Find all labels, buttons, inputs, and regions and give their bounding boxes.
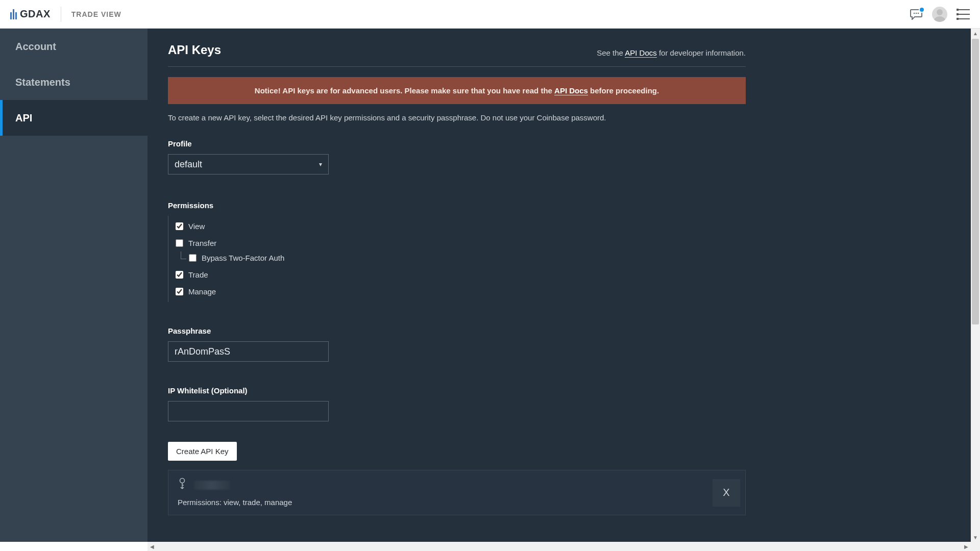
topbar: GDAX TRADE VIEW bbox=[0, 0, 980, 29]
permission-view[interactable]: View bbox=[176, 218, 950, 235]
scroll-down-arrow-icon[interactable]: ▼ bbox=[971, 533, 980, 542]
passphrase-input[interactable] bbox=[168, 341, 329, 362]
sidebar-item-account[interactable]: Account bbox=[0, 29, 148, 64]
intro-text: To create a new API key, select the desi… bbox=[168, 113, 746, 122]
vertical-scrollbar[interactable]: ▲ ▼ bbox=[971, 29, 980, 542]
svg-point-0 bbox=[914, 12, 915, 14]
permission-bypass-label: Bypass Two-Factor Auth bbox=[202, 254, 284, 262]
permission-transfer[interactable]: Transfer bbox=[176, 235, 950, 252]
docs-hint-prefix: See the bbox=[597, 48, 625, 57]
horizontal-scrollbar[interactable]: ◀ ▶ bbox=[148, 542, 971, 551]
docs-hint: See the API Docs for developer informati… bbox=[597, 48, 746, 57]
sidebar-item-label: Statements bbox=[15, 77, 70, 88]
menu-icon[interactable] bbox=[957, 9, 970, 19]
notification-dot-icon bbox=[919, 7, 925, 13]
profile-section: Profile default bbox=[168, 139, 950, 174]
trade-view-link[interactable]: TRADE VIEW bbox=[71, 10, 121, 18]
logo-bars-icon bbox=[10, 9, 17, 19]
key-icon bbox=[178, 478, 187, 493]
profile-select[interactable]: default bbox=[168, 154, 329, 174]
scroll-corner bbox=[971, 542, 980, 551]
permission-manage[interactable]: Manage bbox=[176, 283, 950, 300]
permission-view-checkbox[interactable] bbox=[176, 222, 183, 230]
scroll-left-arrow-icon[interactable]: ◀ bbox=[148, 542, 157, 551]
scroll-right-arrow-icon[interactable]: ▶ bbox=[962, 542, 971, 551]
sidebar: Account Statements API bbox=[0, 29, 148, 542]
permission-view-label: View bbox=[188, 222, 205, 231]
brand-name: GDAX bbox=[20, 8, 51, 20]
svg-point-2 bbox=[918, 12, 919, 14]
permission-transfer-label: Transfer bbox=[188, 239, 216, 247]
avatar-icon[interactable] bbox=[932, 7, 947, 22]
notice-suffix: before proceeding. bbox=[588, 86, 659, 95]
sidebar-item-label: Account bbox=[15, 41, 56, 53]
api-key-value-redacted bbox=[194, 481, 230, 490]
sidebar-item-label: API bbox=[15, 112, 32, 124]
ip-whitelist-label: IP Whitelist (Optional) bbox=[168, 386, 950, 395]
permission-trade[interactable]: Trade bbox=[176, 266, 950, 283]
permissions-list: View Transfer Bypass Two-Factor Auth Tra… bbox=[168, 216, 950, 302]
sidebar-item-api[interactable]: API bbox=[0, 100, 148, 136]
ip-whitelist-input[interactable] bbox=[168, 401, 329, 421]
profile-label: Profile bbox=[168, 139, 950, 148]
page-header: API Keys See the API Docs for developer … bbox=[168, 29, 746, 67]
permission-bypass-wrap: Bypass Two-Factor Auth bbox=[181, 252, 950, 266]
divider bbox=[61, 7, 61, 22]
api-key-card: Permissions: view, trade, manage X bbox=[168, 470, 746, 515]
scroll-up-arrow-icon[interactable]: ▲ bbox=[971, 29, 980, 38]
ip-whitelist-section: IP Whitelist (Optional) bbox=[168, 386, 950, 421]
docs-hint-suffix: for developer information. bbox=[657, 48, 746, 57]
permission-trade-checkbox[interactable] bbox=[176, 271, 183, 279]
topbar-right bbox=[910, 7, 970, 22]
permissions-section: Permissions View Transfer Bypass Two-Fac… bbox=[168, 201, 950, 302]
permission-manage-label: Manage bbox=[188, 287, 216, 296]
svg-point-4 bbox=[180, 479, 185, 483]
permissions-label: Permissions bbox=[168, 201, 950, 210]
scroll-track[interactable] bbox=[157, 542, 962, 551]
create-section: Create API Key bbox=[168, 442, 950, 461]
delete-api-key-button[interactable]: X bbox=[713, 479, 740, 507]
notice-banner: Notice! API keys are for advanced users.… bbox=[168, 77, 746, 104]
main-content: API Keys See the API Docs for developer … bbox=[148, 29, 971, 542]
brand-logo[interactable]: GDAX bbox=[10, 8, 51, 20]
api-key-top bbox=[178, 478, 736, 493]
svg-point-3 bbox=[937, 9, 943, 15]
api-key-permissions: Permissions: view, trade, manage bbox=[178, 498, 736, 507]
permission-trade-label: Trade bbox=[188, 270, 208, 279]
page-title: API Keys bbox=[168, 43, 221, 57]
permission-manage-checkbox[interactable] bbox=[176, 288, 183, 295]
permission-transfer-checkbox[interactable] bbox=[176, 239, 183, 247]
create-api-key-button[interactable]: Create API Key bbox=[168, 442, 237, 461]
permission-bypass-checkbox[interactable] bbox=[189, 254, 197, 262]
passphrase-label: Passphrase bbox=[168, 327, 950, 335]
notice-prefix: Notice! API keys are for advanced users.… bbox=[255, 86, 554, 95]
notice-api-docs-link[interactable]: API Docs bbox=[554, 86, 588, 95]
svg-point-1 bbox=[916, 12, 917, 14]
scroll-thumb[interactable] bbox=[972, 39, 979, 324]
chat-icon[interactable] bbox=[910, 9, 923, 20]
permission-bypass[interactable]: Bypass Two-Factor Auth bbox=[189, 252, 950, 266]
passphrase-section: Passphrase bbox=[168, 327, 950, 362]
api-docs-link[interactable]: API Docs bbox=[625, 48, 657, 58]
app-body: Account Statements API API Keys See the … bbox=[0, 29, 971, 542]
sidebar-item-statements[interactable]: Statements bbox=[0, 64, 148, 100]
